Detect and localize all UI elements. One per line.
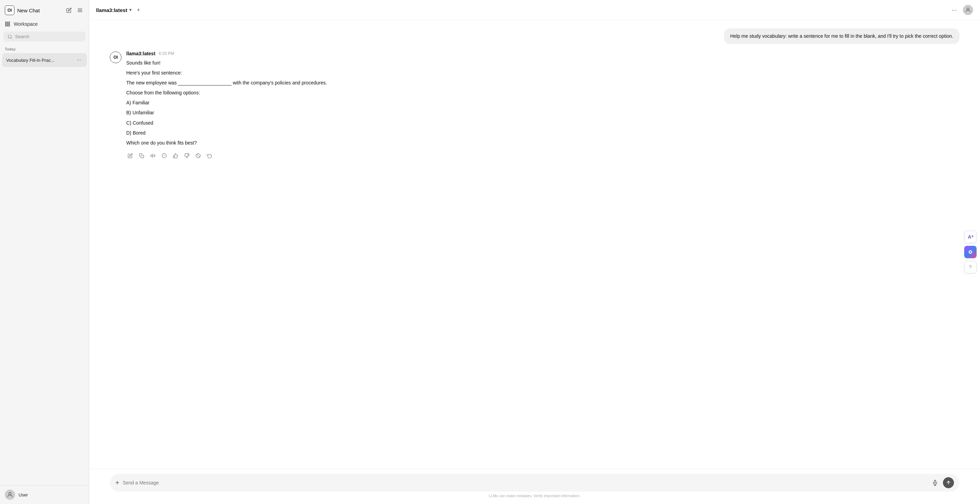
workspace-label: Workspace [14, 21, 38, 27]
ai-content: llama3:latest 6:20 PM Sounds like fun! H… [126, 51, 959, 159]
mic-button[interactable] [931, 478, 940, 487]
edit-button[interactable] [65, 6, 73, 14]
svg-point-9 [9, 492, 11, 495]
topbar: llama3:latest ▾ + ··· [89, 0, 980, 20]
more-options-button[interactable]: ··· [949, 5, 959, 15]
add-model-button[interactable]: + [135, 6, 142, 14]
svg-line-8 [11, 37, 12, 38]
input-bar: + [110, 474, 959, 492]
ai-option-d: D) Bored [126, 129, 959, 137]
svg-rect-6 [8, 24, 10, 26]
regenerate-button[interactable] [205, 152, 213, 159]
ai-message-wrap: OI llama3:latest 6:20 PM Sounds like fun… [110, 51, 959, 159]
ai-avatar: OI [110, 51, 121, 63]
ai-header: llama3:latest 6:20 PM [126, 51, 959, 56]
footer-disclaimer: LLMs can make mistakes. Verify important… [110, 492, 959, 501]
brand-logo: OI [5, 5, 14, 15]
model-selector[interactable]: llama3:latest ▾ [96, 7, 131, 13]
copy-button[interactable] [138, 152, 145, 159]
ai-line-4: Choose from the following options: [126, 89, 959, 97]
svg-line-17 [197, 154, 200, 157]
chat-item[interactable]: Vocabulary Fill-In Prac... ··· [2, 53, 87, 67]
ai-question: Which one do you think fits best? [126, 139, 959, 147]
chat-item-more-button[interactable]: ··· [75, 56, 83, 64]
ai-option-a: A) Familiar [126, 99, 959, 107]
sidebar-icons [65, 6, 84, 14]
input-area: + LLMs can make mistakes. Verify importa… [89, 469, 980, 504]
svg-rect-18 [934, 480, 936, 483]
attach-button[interactable]: + [115, 479, 119, 487]
chevron-down-icon: ▾ [129, 8, 131, 12]
svg-rect-3 [5, 22, 7, 24]
search-icon [8, 34, 12, 39]
info-button[interactable] [160, 152, 168, 159]
ai-model-name: llama3:latest [126, 51, 156, 56]
send-button[interactable] [943, 477, 954, 488]
svg-rect-11 [141, 155, 144, 158]
thumbs-down-button[interactable] [183, 152, 191, 159]
message-input[interactable] [123, 480, 927, 485]
ai-body: Sounds like fun! Here's your first sente… [126, 59, 959, 147]
chat-area: Help me study vocabulary: write a senten… [89, 20, 980, 469]
user-bubble: Help me study vocabulary: write a senten… [724, 29, 959, 44]
svg-rect-5 [5, 24, 7, 26]
svg-rect-4 [8, 22, 10, 24]
chat-list: Vocabulary Fill-In Prac... ··· [0, 53, 89, 485]
user-avatar-top[interactable] [963, 5, 973, 15]
font-size-button[interactable]: Aᵃ [964, 231, 977, 243]
topbar-right: ··· [949, 5, 973, 15]
report-button[interactable] [194, 152, 202, 159]
user-name: User [19, 492, 28, 498]
sidebar-brand: OI New Chat [5, 5, 40, 15]
thumbs-up-button[interactable] [172, 152, 180, 159]
right-floats: Aᵃ ? [964, 231, 977, 273]
menu-button[interactable] [76, 6, 84, 14]
workspace-icon [5, 21, 10, 27]
model-name: llama3:latest [96, 7, 127, 13]
svg-point-10 [967, 8, 969, 10]
sidebar: OI New Chat Workspace [0, 0, 89, 504]
today-label: Today [0, 44, 89, 53]
edit-message-button[interactable] [126, 152, 134, 159]
search-bar[interactable]: Search [3, 32, 86, 41]
brand-title: New Chat [17, 8, 40, 13]
ai-line-3: The new employee was ___________________… [126, 79, 959, 87]
ai-option-b: B) Unfamiliar [126, 109, 959, 117]
main-area: llama3:latest ▾ + ··· Help me study voca… [89, 0, 980, 504]
help-button[interactable]: ? [964, 261, 977, 273]
ai-line-2: Here's your first sentence: [126, 69, 959, 77]
workspace-item[interactable]: Workspace [0, 19, 89, 30]
user-message-wrap: Help me study vocabulary: write a senten… [110, 29, 959, 44]
audio-button[interactable] [149, 152, 157, 159]
action-icons [126, 152, 959, 159]
sidebar-footer: User [0, 485, 89, 504]
sidebar-header: OI New Chat [0, 0, 89, 19]
ai-option-c: C) Confused [126, 119, 959, 127]
user-avatar [5, 490, 15, 500]
ai-timestamp: 6:20 PM [159, 51, 174, 56]
svg-marker-12 [151, 154, 153, 157]
chat-item-title: Vocabulary Fill-In Prac... [6, 58, 54, 63]
svg-point-7 [8, 35, 11, 38]
arc-button[interactable] [964, 246, 977, 258]
search-placeholder: Search [15, 34, 29, 39]
ai-line-1: Sounds like fun! [126, 59, 959, 67]
